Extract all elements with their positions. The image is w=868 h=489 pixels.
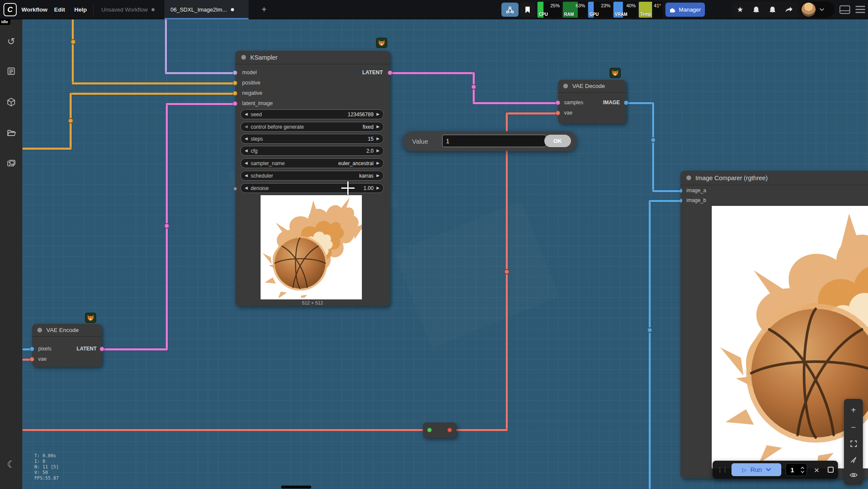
wire-point[interactable] xyxy=(164,223,170,229)
menu-workflow[interactable]: Workflow xyxy=(21,0,48,19)
increment-arrow-icon[interactable]: ▶ xyxy=(376,112,379,116)
decrement-arrow-icon[interactable]: ◀ xyxy=(245,137,248,141)
widget-value[interactable]: 1.00 xyxy=(364,185,373,191)
decrement-arrow-icon[interactable]: ◀ xyxy=(245,174,248,178)
collapse-dot[interactable] xyxy=(563,84,568,88)
value-input[interactable] xyxy=(442,135,546,147)
node-header[interactable]: KSampler xyxy=(235,51,390,64)
widget-sampler-name[interactable]: ◀ sampler_name euler_ancestral ▶ xyxy=(240,158,384,168)
widget-steps[interactable]: ◀ steps 15 ▶ xyxy=(240,134,384,144)
node-vae-decode[interactable]: VAE Decode samples vae IMAGE xyxy=(558,80,626,124)
input-port-pixels[interactable] xyxy=(30,347,34,351)
input-port-negative[interactable] xyxy=(233,91,237,96)
user-account-button[interactable] xyxy=(800,1,835,18)
collapse-dot[interactable] xyxy=(241,55,246,60)
new-tab-button[interactable]: + xyxy=(257,0,271,19)
input-port-latent-image[interactable] xyxy=(233,101,237,106)
comfyui-logo[interactable]: C xyxy=(3,3,17,16)
increment-arrow-icon[interactable]: ▶ xyxy=(376,149,379,153)
input-port-image-a[interactable] xyxy=(680,188,683,193)
wire-point[interactable] xyxy=(68,118,73,124)
decrement-arrow-icon[interactable]: ◀ xyxy=(245,112,248,116)
widget-seed[interactable]: ◀ seed 123456789 ▶ xyxy=(240,109,384,119)
reroute-input-port[interactable] xyxy=(427,428,432,432)
wire-point[interactable] xyxy=(504,269,510,275)
input-port-vae[interactable] xyxy=(30,357,34,362)
tab-unsaved-workflow[interactable]: Unsaved Workflow xyxy=(95,0,161,19)
model-library-icon[interactable] xyxy=(0,94,22,111)
wire-point[interactable] xyxy=(471,84,476,90)
node-reroute[interactable] xyxy=(423,423,456,438)
node-ksampler[interactable]: KSampler model positive negative latent_… xyxy=(235,51,390,306)
node-vae-encode[interactable]: VAE Encode pixels vae LATENT xyxy=(32,324,102,367)
hamburger-menu-icon[interactable] xyxy=(855,5,865,14)
menu-edit[interactable]: Edit xyxy=(54,0,65,19)
widget-value[interactable]: karras xyxy=(359,173,373,179)
increment-arrow-icon[interactable]: ▶ xyxy=(376,125,379,129)
collapse-dot[interactable] xyxy=(37,328,42,332)
spin-down-icon[interactable] xyxy=(801,471,804,473)
queue-history-icon[interactable]: ↺ xyxy=(0,33,22,50)
chevron-down-icon[interactable] xyxy=(766,468,771,471)
input-port-vae[interactable] xyxy=(555,111,560,115)
widget-cfg[interactable]: ◀ cfg 2.0 ▶ xyxy=(240,146,384,156)
input-port-denoise[interactable] xyxy=(234,187,237,190)
toggle-visibility-eye-icon[interactable] xyxy=(850,472,858,478)
settings-gear-icon[interactable]: ⚙ xyxy=(0,486,22,489)
node-image-comparer[interactable]: Image Comparer (rgthree) image_a image_b xyxy=(680,171,868,478)
media-gallery-icon[interactable] xyxy=(0,155,22,172)
wire-point[interactable] xyxy=(650,137,656,143)
widget-value[interactable]: fixed xyxy=(363,124,373,130)
zoom-in-icon[interactable]: + xyxy=(851,406,856,414)
share-icon[interactable] xyxy=(785,6,793,13)
node-header[interactable]: Image Comparer (rgthree) xyxy=(680,171,868,185)
collapse-dot[interactable] xyxy=(686,175,691,180)
increment-arrow-icon[interactable]: ▶ xyxy=(376,161,379,165)
select-cursor-icon[interactable] xyxy=(850,456,857,464)
widget-value[interactable]: 15 xyxy=(368,136,373,142)
input-port-model[interactable] xyxy=(233,70,237,75)
cancel-run-icon[interactable]: × xyxy=(814,465,819,474)
stop-icon[interactable] xyxy=(828,467,834,473)
wire-point[interactable] xyxy=(647,327,653,333)
tab-06-sdxl-image2im[interactable]: 06_SDXL_Image2Im... xyxy=(164,0,249,19)
alerts-bell-icon[interactable] xyxy=(769,6,776,14)
increment-arrow-icon[interactable]: ▶ xyxy=(376,174,379,178)
decrement-arrow-icon[interactable]: ◀ xyxy=(245,149,248,153)
workflows-folder-icon[interactable] xyxy=(0,124,22,142)
reroute-output-port[interactable] xyxy=(447,428,452,432)
spin-up-icon[interactable] xyxy=(801,467,804,469)
input-port-positive[interactable] xyxy=(233,81,237,85)
decrement-arrow-icon[interactable]: ◀ xyxy=(245,161,248,165)
manager-button[interactable]: Manager xyxy=(665,3,705,17)
favorites-star-icon[interactable]: ★ xyxy=(737,5,744,14)
widget-scheduler[interactable]: ◀ scheduler karras ▶ xyxy=(240,171,384,181)
widget-value[interactable]: 123456789 xyxy=(348,112,373,118)
node-header[interactable]: VAE Decode xyxy=(558,80,626,93)
decrement-arrow-icon[interactable]: ◀ xyxy=(245,125,248,129)
zoom-out-icon[interactable]: − xyxy=(851,423,856,432)
output-port-image[interactable] xyxy=(624,100,628,105)
toggle-panel-icon[interactable] xyxy=(839,5,850,14)
output-port-latent[interactable] xyxy=(100,347,104,351)
increment-arrow-icon[interactable]: ▶ xyxy=(376,137,379,141)
bookmark-button[interactable] xyxy=(520,3,535,17)
menu-help[interactable]: Help xyxy=(74,0,87,19)
widget-value[interactable]: euler_ancestral xyxy=(338,160,373,166)
widget-denoise[interactable]: ◀ denoise 1.00 ▶ xyxy=(240,183,384,193)
workflow-graph-button[interactable] xyxy=(501,3,519,17)
node-library-icon[interactable] xyxy=(0,63,22,80)
widget-value[interactable]: 2.0 xyxy=(366,148,373,154)
theme-toggle-moon-icon[interactable]: ☾ xyxy=(0,456,22,473)
input-port-image-b[interactable] xyxy=(680,198,683,203)
decrement-arrow-icon[interactable]: ◀ xyxy=(245,186,248,190)
increment-arrow-icon[interactable]: ▶ xyxy=(376,186,379,190)
fit-view-icon[interactable] xyxy=(850,440,857,447)
widget-control-before-generate[interactable]: ◀ control before generate fixed ▶ xyxy=(240,122,384,132)
output-port-latent[interactable] xyxy=(388,70,392,75)
notification-bell-icon[interactable] xyxy=(753,6,760,14)
run-button[interactable]: ▷ Run xyxy=(731,463,781,476)
wire-point[interactable] xyxy=(70,39,76,45)
input-port-samples[interactable] xyxy=(555,100,560,105)
ok-button[interactable]: OK xyxy=(544,135,571,147)
